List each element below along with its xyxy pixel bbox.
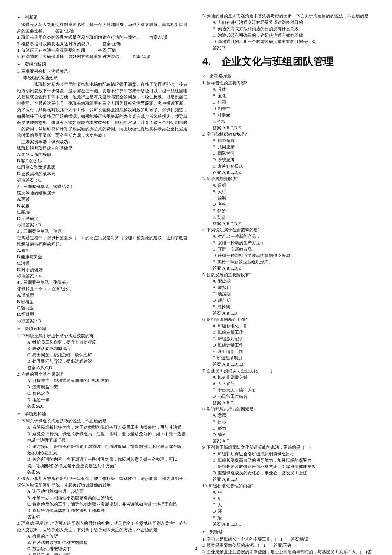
- opt: A. 询问他打算如何进一步提高: [17, 488, 190, 494]
- opt: D. 直接告诉他具体的工作方法和工作程序: [17, 507, 190, 514]
- opt: B. 成熟期: [202, 284, 375, 291]
- opt: B.思考型: [17, 298, 190, 305]
- opt: C. 班组原始记录: [202, 335, 375, 342]
- q-stem: 10. 班组标准化管理的内容?: [202, 483, 375, 489]
- tf-item: 1. 学习力是班组长一个人的主要工作。( ) 答案:错误: [202, 536, 375, 542]
- answer: 答案:A,B,C,D,E: [202, 265, 375, 272]
- case-q-stem: 张班长是一个（ ）的班组长。: [17, 286, 190, 292]
- opt: F. 班组规章制度: [202, 355, 375, 361]
- q-stem: 8. 影响部属执行力的因素是?: [202, 406, 375, 412]
- answer: 标准答案：B: [17, 318, 190, 324]
- opt: D. 相关性: [202, 105, 375, 112]
- opt: E. 可接受: [202, 112, 375, 118]
- case-sub: 1．李经理的沟通效果: [17, 75, 190, 81]
- opt: A. 有的班组长比较内向，对于这类型的班组长可以等员工主动找来时，再与其沟通: [17, 424, 190, 431]
- q-stem: 1. 目标管理的主要内容?: [202, 80, 375, 86]
- section-header-mc: ➢多项选择题: [17, 325, 190, 332]
- opt: A. 具体: [202, 86, 375, 92]
- opt: B. 机: [202, 495, 375, 502]
- case-q-stem: 该次沟通的结果属于: [17, 190, 190, 196]
- section-header-mc: ➢多项选择题: [202, 72, 375, 79]
- case-q-title: 4．三期案例单选（张班长）: [17, 279, 190, 286]
- opt: C. 控制: [202, 195, 375, 201]
- opt: B. 表达认同感和同理心: [17, 345, 190, 352]
- opt: A. 形成期: [202, 278, 375, 284]
- case-q-title: 2．三期案例单选（沟通结果）: [17, 183, 190, 190]
- q-stem: 3. 理查德·毛斯说："你可以给予别人的最好的礼物，就是你全心全意地给予别人关注…: [17, 520, 190, 533]
- opt: C. 团队学习: [202, 150, 375, 156]
- opt: D. 班组计量工作: [202, 342, 375, 348]
- opt: D.更换桌椅的成本高: [17, 171, 190, 177]
- answer: 答案:A,B,C,D: [202, 476, 375, 483]
- answer: 标准答案：A: [17, 273, 190, 279]
- opt: C. 于己无关，漠不关心: [202, 387, 375, 393]
- q-stem: 5. 沟通的目的是人们在沟通中首先要考虑的因素，下面关于沟通目的的说法，不正确的…: [202, 13, 375, 19]
- opt: B. 班组定额工作: [202, 329, 375, 335]
- label: 多项选择题: [210, 73, 231, 78]
- label: 案例分析题: [25, 62, 46, 66]
- opt: B. 共同愿景: [202, 144, 375, 150]
- right-column: 5. 沟通的目的是人们在沟通中首先要考虑的因素，下面关于沟通目的的说法，不正确的…: [202, 13, 375, 555]
- opt: A. 维护员工和自尊，提升其自信程度: [17, 339, 190, 345]
- label: 单项选择题: [25, 411, 46, 416]
- arrow-icon: ➢: [17, 325, 25, 332]
- opt: B. 在谈话时紧紧盯住对方的眼睛: [17, 539, 190, 546]
- opt: A. 班组长须保证全部班组成员明确班组目标: [202, 451, 375, 457]
- opt: A. 有目的地倾听: [17, 533, 190, 539]
- opt: A.团队人员的辞职: [17, 151, 190, 158]
- opt: A.费用: [17, 247, 190, 254]
- tf-item: 3. 企业愿景是企业发展的未来蓝图，是企业高层领导制订的，与基层员工关系不大。(…: [202, 549, 375, 555]
- opt: B. 量化: [202, 92, 375, 99]
- opt: F. 考核: [202, 118, 375, 124]
- opt: C. 肯定他及他的工作，辅导他制定职业发展规划，并告诉他如何进一步提高自己: [17, 501, 190, 507]
- opt: C. 能力: [202, 425, 375, 431]
- opt: A. 目标: [202, 182, 375, 188]
- q-stem: 5. 团队发展的主要阶段有?: [202, 272, 375, 278]
- opt: A. 生产出一种新的产品；: [202, 233, 375, 240]
- opt: B. 避免分神行为。班组长听班组员工汇报工作时，要尽量避免分神，如：不要一边接电…: [17, 431, 190, 443]
- opt: A. 目标关注，即沟通要有明确的目标和方向: [17, 377, 190, 384]
- section-header-tf: ➢判断题: [202, 529, 375, 535]
- arrow-icon: ➢: [202, 529, 210, 535]
- page-number: 2: [195, 545, 197, 552]
- answer: 答案:A,B,D: [202, 399, 375, 406]
- case-q-stem: 在沟通过程中，张班长主要从（ ）的论点出发使对方（经理）接受他的建议，达到了改善…: [17, 234, 190, 247]
- chapter-title: 4. 企业文化与班组团队管理: [202, 54, 375, 69]
- answer: 答案:B: [202, 45, 375, 51]
- opt: C.用事实和数据说话: [17, 164, 190, 171]
- answer: 答案:A,B,C,D: [17, 364, 190, 371]
- label: 判断题: [25, 15, 37, 20]
- opt: B. 不加干涉，相信他不断能够提高自己的绩效: [17, 494, 190, 501]
- arrow-icon: ➢: [202, 72, 210, 79]
- opt: D. 地位平等: [17, 396, 190, 403]
- tf-item: 3. 概括总结可以简要地复述对方的观点。 答案:正确: [17, 40, 190, 47]
- label: 判断题: [210, 529, 223, 534]
- section-header-tf: ➢判断题: [17, 14, 190, 20]
- opt: D. 整合所讲的内容。当下属讲了一段时间之后，你应对其意见做一个整理，可以说："…: [17, 456, 190, 469]
- opt: C. 动荡期: [202, 291, 375, 297]
- opt: D. 环: [202, 508, 375, 515]
- label: 多项选择题: [25, 326, 46, 331]
- opt: D. 当沟通目的不止一个时需要确定最主要的目的是什么: [202, 38, 375, 45]
- opt: B. 班组长要提高自己的领导能力，加强班组的凝聚力: [202, 457, 375, 463]
- opt: E. 实行一种新的企业组织形式。: [202, 259, 375, 265]
- opt: A. 班组标准化工作: [202, 323, 375, 329]
- arrow-icon: ➢: [17, 14, 25, 20]
- opt: D.怀疑型: [17, 311, 190, 318]
- opt: A.两败: [17, 196, 190, 202]
- opt: E. 法: [202, 515, 375, 521]
- opt: C. 人: [202, 502, 375, 508]
- case-body: 张班长对新办公室里的桌椅和电脑的配备情况很不满意。在椅子前面就那么一小点地方刚刚…: [17, 81, 190, 139]
- q-stem: 2. 学习型组织的修炼是?: [202, 131, 375, 137]
- opt: E. 改善心智模式: [202, 163, 375, 169]
- opt: D. 考核: [202, 201, 375, 208]
- opt: D. 处理疑问与异议，提出进程建议: [17, 358, 190, 364]
- case-q-title: 3．三期案例单选（健康）: [17, 228, 190, 234]
- opt: C.魅力型: [17, 305, 190, 311]
- q-stem: 2. 假设小李加入您所在班组已一年有余，他工作积极、能动性强，进步明显。作为班组…: [17, 475, 190, 488]
- opt: D. 获得一种原料或半成品的新的供应来源；: [202, 252, 375, 259]
- answer: 答案:A: [17, 469, 190, 475]
- opt: B.客户的投诉: [17, 158, 190, 164]
- tf-item: 5. 在沟通时，为确保理解，最好的方式是重复对方原话。 答案:错误: [17, 53, 190, 60]
- opt: E. 评价: [202, 208, 375, 214]
